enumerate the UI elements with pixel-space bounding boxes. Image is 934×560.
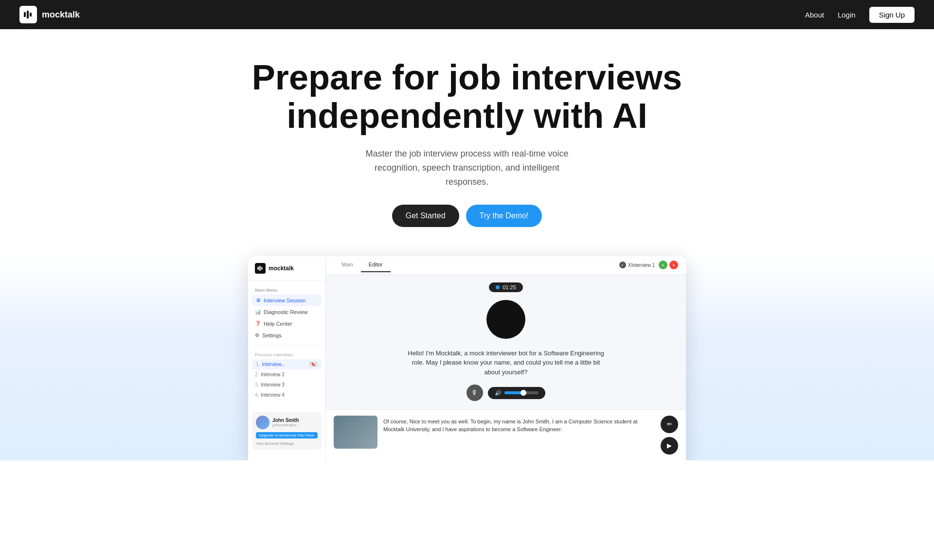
nav-links: About Login Sign Up [805, 7, 915, 23]
edit-response-button[interactable]: ✏ [661, 416, 678, 433]
sidebar-logo: mocktalk [248, 263, 325, 281]
settings-icon: ⚙ [255, 332, 259, 338]
topbar-actions: + × [659, 261, 678, 269]
hero-title: Prepare for job interviews independently… [248, 58, 686, 135]
sidebar-logo-text: mocktalk [269, 265, 294, 272]
user-card: John Smith johnsmith@m... Upgrade to Adv… [252, 412, 322, 450]
help-center-icon: ❓ [255, 321, 261, 326]
interview-badge-1: 🔖 [309, 362, 318, 367]
svg-rect-3 [257, 267, 259, 270]
interview-area: 01:25 Hello! I'm Mocktalk, a mock interv… [326, 275, 686, 409]
timer-badge: 01:25 [489, 282, 523, 292]
get-started-button[interactable]: Get Started [392, 205, 459, 227]
user-name: John Smith [272, 418, 300, 423]
sidebar-section-label: Main Menu [248, 285, 325, 295]
demo-container: mocktalk Main Menu 🖥 Interview Session 📊… [248, 256, 686, 460]
topbar: Main Editor XInterview 1 + × [326, 256, 686, 275]
mute-icon: 🎙 [471, 389, 478, 397]
mute-button[interactable]: 🎙 [467, 385, 483, 401]
demo-wrapper: mocktalk Main Menu 🖥 Interview Session 📊… [0, 256, 934, 460]
svg-rect-5 [261, 267, 263, 269]
interview-item-2[interactable]: 2.Interview 2 [248, 369, 325, 380]
about-link[interactable]: About [805, 11, 824, 19]
volume-slider-track[interactable] [504, 391, 539, 394]
svg-rect-4 [259, 266, 261, 271]
send-response-button[interactable]: ▶ [661, 437, 678, 455]
user-email: johnsmith@m... [272, 423, 300, 427]
sidebar-item-help-center[interactable]: ❓ Help Center [248, 318, 325, 330]
volume-icon: 🔊 [495, 390, 502, 396]
login-link[interactable]: Login [838, 11, 856, 19]
timer-value: 01:25 [503, 284, 516, 290]
signup-button[interactable]: Sign Up [869, 7, 915, 23]
logo-icon [19, 6, 37, 23]
check-icon [619, 262, 626, 268]
slider-thumb[interactable] [521, 390, 526, 396]
sidebar-logo-icon [255, 263, 266, 274]
svg-rect-0 [24, 12, 26, 17]
hero-section: Prepare for job interviews independently… [0, 0, 934, 227]
interview-badge-top: XInterview 1 [619, 262, 655, 268]
tab-editor[interactable]: Editor [361, 258, 391, 272]
sidebar-item-settings[interactable]: ⚙ Settings [248, 330, 325, 341]
response-area: Of course, Nice to meet you as well. To … [326, 409, 686, 460]
volume-control: 🔊 [488, 387, 545, 399]
interview-session-icon: 🖥 [256, 298, 261, 303]
topbar-right: XInterview 1 + × [619, 261, 678, 269]
svg-rect-1 [27, 11, 29, 18]
try-demo-button[interactable]: Try the Demo! [466, 205, 542, 227]
tab-main[interactable]: Main [334, 258, 361, 272]
response-actions: ✏ ▶ [661, 416, 678, 455]
svg-rect-2 [30, 13, 32, 17]
add-tab-button[interactable]: + [659, 261, 667, 269]
sidebar-item-diagnostic-review[interactable]: 📊 Diagnostic Review [248, 306, 325, 318]
diagnostic-review-icon: 📊 [255, 309, 261, 315]
response-text: Of course, Nice to meet you as well. To … [383, 416, 655, 434]
logo-text: mocktalk [42, 10, 80, 20]
avatar-image [256, 416, 269, 429]
interview-item-1[interactable]: 1.Interview... 🔖 [252, 359, 322, 369]
interview-item-3[interactable]: 3.Interview 3 [248, 380, 325, 390]
user-card-top: John Smith johnsmith@m... [256, 416, 318, 429]
video-placeholder [334, 416, 377, 449]
response-video [334, 416, 377, 449]
microphone-orb[interactable] [486, 300, 525, 339]
interview-item-4[interactable]: 4.Interview 4 [248, 390, 325, 400]
timer-dot [496, 285, 500, 289]
logo-link[interactable]: mocktalk [19, 6, 80, 23]
hero-subtitle: Master the job interview process with re… [355, 147, 579, 189]
navbar: mocktalk About Login Sign Up [0, 0, 934, 29]
interview-question: Hello! I'm Mocktalk, a mock interviewer … [404, 349, 608, 377]
main-content: Main Editor XInterview 1 + × [326, 256, 686, 460]
avatar [256, 416, 269, 429]
hero-buttons: Get Started Try the Demo! [0, 205, 934, 227]
previous-interviews-label: Previous Interviews [248, 350, 325, 359]
sidebar: mocktalk Main Menu 🖥 Interview Session 📊… [248, 256, 326, 460]
controls-row: 🎙 🔊 [467, 385, 545, 401]
close-tab-button[interactable]: × [669, 261, 678, 269]
user-info: John Smith johnsmith@m... [272, 418, 300, 427]
sidebar-item-interview-session[interactable]: 🖥 Interview Session [252, 295, 322, 306]
user-plan[interactable]: Upgrade to Advanced Plan Now [256, 432, 318, 438]
user-settings[interactable]: Your Account Settings [256, 441, 318, 446]
topbar-tabs: Main Editor [334, 258, 391, 272]
sidebar-divider [255, 345, 319, 346]
